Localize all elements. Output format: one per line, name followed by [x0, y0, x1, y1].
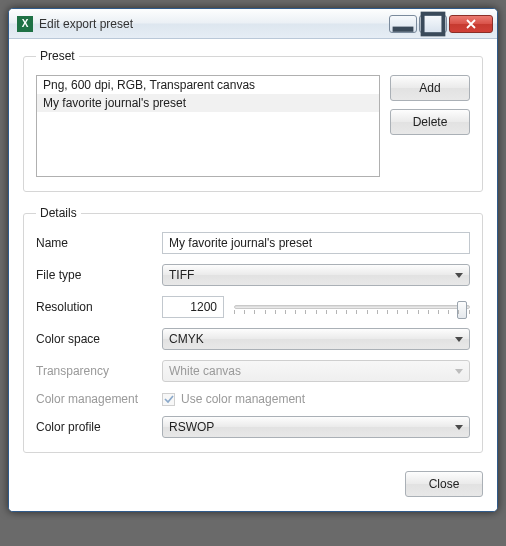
colormgmt-label: Color management — [36, 392, 162, 406]
transparency-select: White canvas — [162, 360, 470, 382]
resolution-slider[interactable] — [234, 296, 470, 318]
minimize-icon — [390, 11, 416, 37]
colorprofile-value: RSWOP — [169, 420, 455, 434]
filetype-select[interactable]: TIFF — [162, 264, 470, 286]
preset-legend: Preset — [36, 49, 79, 63]
transparency-label: Transparency — [36, 364, 162, 378]
chevron-down-icon — [455, 369, 463, 374]
maximize-icon — [420, 11, 446, 37]
close-button[interactable]: Close — [405, 471, 483, 497]
slider-ticks — [234, 310, 470, 314]
footer: Close — [23, 467, 483, 497]
colorspace-select[interactable]: CMYK — [162, 328, 470, 350]
resolution-label: Resolution — [36, 300, 162, 314]
chevron-down-icon — [455, 425, 463, 430]
preset-list-item[interactable]: Png, 600 dpi, RGB, Transparent canvas — [37, 76, 379, 94]
name-input[interactable] — [162, 232, 470, 254]
details-legend: Details — [36, 206, 81, 220]
minimize-button[interactable] — [389, 15, 417, 33]
details-group: Details Name File type TIFF Resolution — [23, 206, 483, 453]
titlebar[interactable]: X Edit export preset — [9, 9, 497, 39]
colormgmt-checkbox — [162, 393, 175, 406]
colorprofile-select[interactable]: RSWOP — [162, 416, 470, 438]
svg-rect-1 — [423, 13, 444, 34]
window-controls — [389, 15, 493, 33]
svg-rect-0 — [393, 26, 414, 31]
window-title: Edit export preset — [39, 17, 389, 31]
transparency-value: White canvas — [169, 364, 455, 378]
resolution-input[interactable] — [162, 296, 224, 318]
chevron-down-icon — [455, 273, 463, 278]
dialog-window: X Edit export preset Preset Png, 600 dpi… — [8, 8, 498, 512]
filetype-label: File type — [36, 268, 162, 282]
checkmark-icon — [164, 394, 174, 404]
chevron-down-icon — [455, 337, 463, 342]
filetype-value: TIFF — [169, 268, 455, 282]
delete-button[interactable]: Delete — [390, 109, 470, 135]
preset-list-item[interactable]: My favorite journal's preset — [37, 94, 379, 112]
add-button[interactable]: Add — [390, 75, 470, 101]
app-icon: X — [17, 16, 33, 32]
close-window-button[interactable] — [449, 15, 493, 33]
preset-group: Preset Png, 600 dpi, RGB, Transparent ca… — [23, 49, 483, 192]
name-label: Name — [36, 236, 162, 250]
maximize-button[interactable] — [419, 15, 447, 33]
close-icon — [466, 19, 476, 29]
colormgmt-checkbox-label: Use color management — [181, 392, 305, 406]
client-area: Preset Png, 600 dpi, RGB, Transparent ca… — [9, 39, 497, 511]
preset-listbox[interactable]: Png, 600 dpi, RGB, Transparent canvasMy … — [36, 75, 380, 177]
colorspace-label: Color space — [36, 332, 162, 346]
colorspace-value: CMYK — [169, 332, 455, 346]
colorprofile-label: Color profile — [36, 420, 162, 434]
